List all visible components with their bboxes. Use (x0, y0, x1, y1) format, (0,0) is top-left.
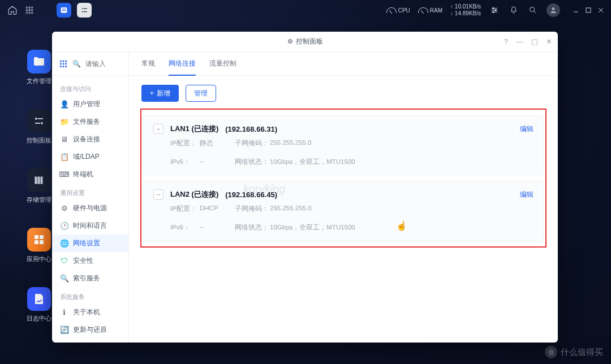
ram-meter: RAM (418, 7, 442, 14)
sidebar-item-label: 网络设置 (73, 239, 100, 248)
sidebar-item-label: 更新与还原 (73, 325, 107, 335)
svg-rect-33 (35, 177, 37, 184)
cpu-meter: CPU (386, 7, 410, 14)
desktop-icon-logs[interactable]: 日志中心 (25, 287, 53, 323)
svg-rect-40 (60, 60, 62, 62)
sidebar-section-title: 连接与访问 (52, 79, 128, 96)
sidebar-item-icon: 🛡 (60, 257, 68, 265)
apps-grid-icon[interactable] (24, 5, 35, 16)
main-panel: 常规网络连接流量控制 +新增 管理 −LAN1 (已连接)(192.168.66… (129, 52, 558, 343)
window-titlebar[interactable]: ⚙ 控制面板 ? — ▢ ✕ (52, 32, 558, 52)
sidebar-item-label: 时间和语言 (73, 221, 107, 231)
sidebar-item-icon: ℹ (60, 308, 68, 317)
network-speed: ↑ 10.01KB/s ↓ 14.89KB/s (450, 3, 481, 17)
sidebar-item-icon: 🖥 (60, 135, 68, 144)
highlighted-region: −LAN1 (已连接)(192.168.66.31)编辑IP配置：静态子网掩码：… (140, 109, 547, 248)
win-close-button[interactable]: ✕ (546, 37, 552, 46)
manage-button[interactable]: 管理 (186, 85, 216, 102)
sidebar-item-关于本机[interactable]: ℹ关于本机 (52, 304, 128, 321)
svg-rect-45 (65, 63, 67, 64)
sidebar-item-更新与还原[interactable]: 🔄更新与还原 (52, 321, 128, 339)
tabs: 常规网络连接流量控制 (129, 52, 558, 76)
sidebar-item-时间和语言[interactable]: 🕐时间和语言 (52, 217, 128, 235)
sidebar-item-icon: ⚙ (60, 204, 68, 213)
lan-card-1: −LAN1 (已连接)(192.168.66.31)编辑IP配置：静态子网掩码：… (143, 115, 544, 175)
sidebar-item-icon: 📁 (60, 118, 68, 126)
svg-point-29 (35, 118, 37, 120)
sidebar-item-文件服务[interactable]: 📁文件服务 (52, 113, 128, 131)
win-minimize-button[interactable]: — (516, 37, 523, 46)
svg-point-8 (31, 12, 33, 14)
svg-point-24 (552, 7, 555, 10)
settings-icon[interactable] (489, 5, 500, 16)
svg-point-0 (26, 7, 28, 8)
sidebar-item-label: 文件服务 (73, 117, 100, 127)
svg-point-2 (31, 7, 33, 8)
sidebar-item-索引服务[interactable]: 🔍索引服务 (52, 270, 128, 287)
bell-icon[interactable] (508, 5, 519, 16)
tab-常规[interactable]: 常规 (141, 52, 155, 75)
sidebar-item-硬件与电源[interactable]: ⚙硬件与电源 (52, 200, 128, 217)
home-icon[interactable] (7, 5, 18, 16)
sidebar-item-label: 终端机 (73, 170, 93, 179)
sidebar-item-域/LDAP[interactable]: 📋域/LDAP (52, 148, 128, 166)
edit-link[interactable]: 编辑 (520, 124, 533, 134)
svg-rect-36 (35, 235, 38, 239)
desktop-icon-files[interactable]: 文件管理 (25, 50, 53, 85)
sidebar-item-icon: 🔍 (60, 274, 68, 283)
svg-rect-26 (586, 8, 591, 12)
svg-rect-46 (60, 66, 62, 67)
maximize-button[interactable] (585, 7, 592, 14)
svg-rect-32 (35, 123, 40, 124)
help-button[interactable]: ? (504, 37, 508, 46)
svg-point-1 (29, 7, 31, 8)
search-icon: 🔍 (72, 60, 81, 68)
sidebar-search-input[interactable] (85, 60, 131, 68)
svg-point-21 (493, 11, 494, 13)
win-maximize-button[interactable]: ▢ (531, 37, 538, 46)
collapse-button[interactable]: − (153, 124, 163, 134)
sidebar-item-label: 关于本机 (73, 307, 100, 317)
sidebar-collapse-icon[interactable] (59, 59, 68, 68)
svg-point-22 (530, 7, 535, 12)
desktop-icon-control[interactable]: 控制面板 (25, 109, 53, 145)
taskbar-app-1[interactable] (57, 3, 71, 18)
close-button[interactable] (597, 7, 604, 14)
svg-point-19 (493, 7, 494, 9)
watermark-bottom-right: 值 什么值得买 (545, 346, 603, 358)
tab-流量控制[interactable]: 流量控制 (209, 52, 236, 75)
window-title: 控制面板 (296, 37, 323, 46)
sidebar: 🔍 连接与访问👤用户管理📁文件服务🖥设备连接📋域/LDAP⌨终端机通用设置⚙硬件… (52, 52, 129, 343)
edit-link[interactable]: 编辑 (520, 190, 533, 200)
taskbar-app-2[interactable] (77, 3, 92, 18)
svg-rect-39 (40, 240, 44, 244)
sidebar-item-label: 用户管理 (73, 99, 100, 109)
sidebar-item-网络设置[interactable]: 🌐网络设置 (52, 235, 128, 252)
search-icon[interactable] (527, 5, 539, 16)
svg-point-20 (495, 10, 497, 11)
svg-rect-48 (65, 66, 67, 67)
collapse-button[interactable]: − (153, 189, 163, 200)
svg-rect-43 (60, 63, 62, 64)
minimize-button[interactable] (573, 7, 579, 14)
sidebar-item-终端机[interactable]: ⌨终端机 (52, 166, 128, 183)
svg-point-31 (41, 122, 43, 124)
svg-point-6 (26, 12, 28, 14)
sidebar-item-用户管理[interactable]: 👤用户管理 (52, 96, 128, 113)
svg-point-5 (31, 10, 33, 11)
lan-info-row: IPv6：--网络状态：10Gbps，全双工，MTU1500 (153, 153, 533, 171)
sidebar-item-icon: 👤 (60, 100, 68, 109)
lan-name: LAN2 (已连接) (170, 189, 218, 200)
add-button[interactable]: +新增 (141, 85, 179, 102)
desktop-icon-storage[interactable]: 存储管理 (25, 168, 53, 204)
svg-rect-44 (63, 63, 64, 64)
sidebar-item-设备连接[interactable]: 🖥设备连接 (52, 131, 128, 148)
sidebar-item-安全性[interactable]: 🛡安全性 (52, 252, 128, 270)
svg-rect-42 (65, 60, 67, 62)
svg-point-3 (26, 10, 28, 11)
desktop-icon-apps[interactable]: 应用中心 (25, 228, 53, 263)
tab-网络连接[interactable]: 网络连接 (169, 52, 196, 75)
user-avatar[interactable] (547, 3, 560, 17)
svg-rect-10 (62, 8, 66, 9)
sidebar-item-icon: 🕐 (60, 222, 68, 230)
